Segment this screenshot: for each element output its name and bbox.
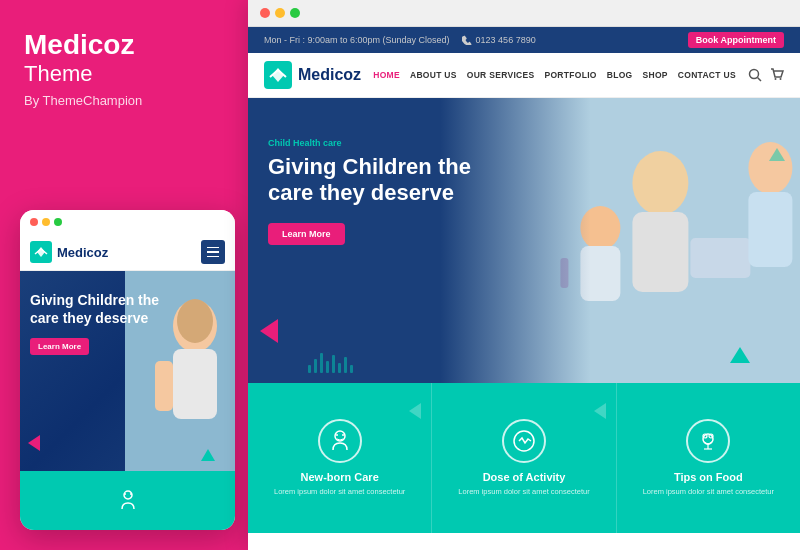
mobile-triangle-left: [28, 435, 40, 451]
nav-blog[interactable]: BLOG: [607, 70, 633, 80]
nav-links: HOME ABOUT US OUR SERVICES PORTFOLIO BLO…: [373, 70, 736, 80]
mobile-logo-icon: [30, 241, 52, 263]
card-food-title: Tips on Food: [674, 471, 743, 483]
svg-point-12: [775, 78, 777, 80]
hero-bg-image: [441, 98, 800, 383]
svg-point-13: [780, 78, 782, 80]
svg-point-10: [750, 70, 759, 79]
svg-rect-16: [633, 212, 689, 292]
hero-label: Child Health care: [268, 138, 488, 148]
card-newborn-title: New-born Care: [301, 471, 379, 483]
mobile-header: Medicoz: [20, 234, 235, 271]
mobile-minimize-dot: [42, 218, 50, 226]
card1-triangle: [409, 403, 421, 419]
nav-portfolio[interactable]: PORTFOLIO: [544, 70, 596, 80]
hero-content: Child Health care Giving Children the ca…: [268, 138, 488, 245]
topbar-phone-number: 0123 456 7890: [476, 35, 536, 45]
nav-services[interactable]: OUR SERVICES: [467, 70, 535, 80]
hero-learn-more-btn[interactable]: Learn More: [268, 223, 345, 245]
mobile-logo: Medicoz: [30, 241, 108, 263]
baby-icon: [116, 489, 140, 513]
mobile-footer-baby: [116, 489, 140, 513]
mobile-hero-content: Giving Children the care they deserve Le…: [30, 291, 170, 355]
nav-icons: [748, 68, 784, 82]
browser-minimize-dot: [275, 8, 285, 18]
book-appointment-btn[interactable]: Book Appointment: [688, 32, 784, 48]
mobile-triangle-teal: [201, 449, 215, 461]
card-newborn: New-born Care Lorem ipsum dolor sit amet…: [248, 383, 432, 533]
nav-logo: Medicoz: [264, 61, 361, 89]
newborn-icon: [327, 428, 353, 454]
app-title: Medicoz Theme: [24, 30, 224, 87]
card-food: Tips on Food Lorem ipsum dolor sit amet …: [617, 383, 800, 533]
card2-triangle: [594, 403, 606, 419]
site-topbar: Mon - Fri : 9:00am to 6:00pm (Sunday Clo…: [248, 27, 800, 53]
mobile-menu-icon[interactable]: [201, 240, 225, 264]
nav-logo-text: Medicoz: [298, 66, 361, 84]
browser-mockup: Mon - Fri : 9:00am to 6:00pm (Sunday Clo…: [248, 0, 800, 550]
hero-triangle-left: [260, 319, 278, 343]
hero-triangle-teal: [730, 347, 750, 363]
card-activity: Dose of Activity Lorem ipsum dolor sit a…: [432, 383, 616, 533]
card-activity-text: Lorem ipsum dolor sit amet consectetur: [458, 487, 589, 498]
mobile-mockup: Medicoz: [20, 210, 235, 530]
topbar-hours: Mon - Fri : 9:00am to 6:00pm (Sunday Clo…: [264, 35, 450, 45]
mobile-learn-more-btn[interactable]: Learn More: [30, 338, 89, 355]
site-cards: New-born Care Lorem ipsum dolor sit amet…: [248, 383, 800, 533]
site-nav: Medicoz HOME ABOUT US OUR SERVICES PORTF…: [248, 53, 800, 98]
nav-about[interactable]: ABOUT US: [410, 70, 457, 80]
nav-shop[interactable]: SHOP: [642, 70, 667, 80]
svg-rect-3: [173, 349, 217, 419]
newborn-icon-circle: [318, 419, 362, 463]
mobile-expand-dot: [54, 218, 62, 226]
nav-contact[interactable]: CONTACT US: [678, 70, 736, 80]
svg-point-15: [633, 151, 689, 215]
nav-logo-icon: [264, 61, 292, 89]
topbar-contact: Mon - Fri : 9:00am to 6:00pm (Sunday Clo…: [264, 35, 536, 45]
svg-point-7: [124, 493, 126, 495]
svg-rect-20: [691, 238, 751, 278]
activity-icon: [511, 428, 537, 454]
mobile-close-dot: [30, 218, 38, 226]
svg-point-4: [177, 299, 213, 343]
search-icon[interactable]: [748, 68, 762, 82]
mobile-hero: Giving Children the care they deserve Le…: [20, 271, 235, 471]
hero-wave-bars: [308, 353, 353, 373]
svg-rect-22: [749, 192, 793, 267]
left-panel: Medicoz Theme By ThemeChampion Medicoz: [0, 0, 248, 550]
hero-triangle-teal2: [769, 148, 785, 161]
food-icon: [695, 428, 721, 454]
card-food-text: Lorem ipsum dolor sit amet consectetur: [643, 487, 774, 498]
mobile-footer: [20, 471, 235, 530]
card-newborn-text: Lorem ipsum dolor sit amet consectetur: [274, 487, 405, 498]
activity-icon-circle: [502, 419, 546, 463]
mobile-window-controls: [20, 210, 235, 234]
browser-chrome: [248, 0, 800, 27]
site-hero: Child Health care Giving Children the ca…: [248, 98, 800, 383]
hero-medical-photo: [441, 98, 800, 383]
svg-point-26: [342, 434, 344, 436]
nav-home[interactable]: HOME: [373, 70, 400, 80]
svg-point-6: [124, 491, 132, 499]
svg-line-11: [758, 78, 762, 82]
food-icon-circle: [686, 419, 730, 463]
phone-icon: [462, 35, 472, 45]
svg-point-8: [130, 493, 132, 495]
cart-icon[interactable]: [770, 68, 784, 82]
browser-close-dot: [260, 8, 270, 18]
browser-expand-dot: [290, 8, 300, 18]
author-credit: By ThemeChampion: [24, 93, 224, 108]
topbar-phone: 0123 456 7890: [462, 35, 536, 45]
svg-point-25: [336, 434, 338, 436]
svg-rect-5: [155, 361, 173, 411]
card-activity-title: Dose of Activity: [483, 471, 566, 483]
hero-title: Giving Children the care they deserve: [268, 154, 488, 207]
